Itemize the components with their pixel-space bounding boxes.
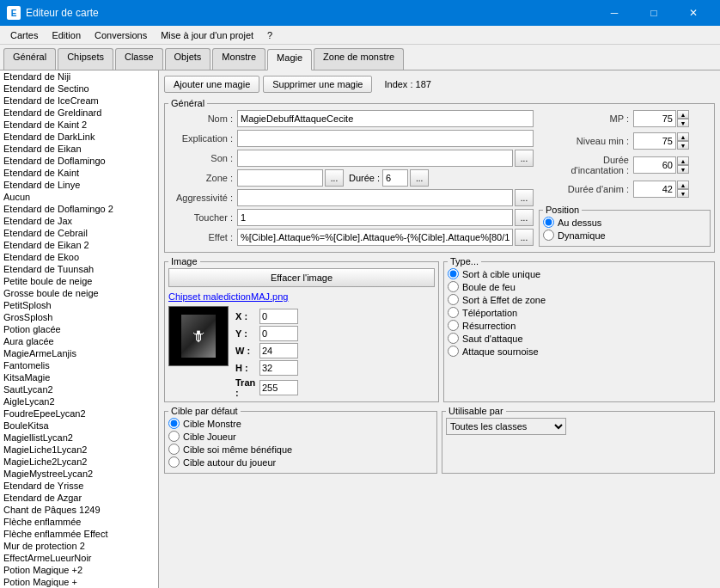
son-browse-button[interactable]: ... [515,150,534,167]
list-item[interactable]: BouleKitsa [0,420,158,432]
toucher-input[interactable] [237,209,513,226]
mp-spin-down[interactable]: ▼ [677,119,689,127]
list-item[interactable]: Etendard de Tuunsah [0,263,158,275]
list-item[interactable]: Mur de protection 2 [0,540,158,552]
duree-input[interactable] [382,169,408,187]
tran-input[interactable] [259,380,298,395]
list-item[interactable]: GrosSplosh [0,311,158,323]
menu-help[interactable]: ? [260,26,279,44]
position-dynamique-radio[interactable] [543,230,554,241]
duree-anim-spin-down[interactable]: ▼ [677,189,689,198]
niveau-min-input[interactable] [633,132,676,150]
cible-monstre-label[interactable]: Cible Monstre [183,419,241,429]
type-attaque-sournoise-radio[interactable] [448,346,459,357]
cible-monstre-radio[interactable] [168,418,180,429]
duree-anim-input[interactable] [633,181,676,198]
list-item[interactable]: FoudreEpeeLycan2 [0,407,158,420]
list-item[interactable]: Flèche enflammée Effect [0,528,158,540]
list-item[interactable]: Etendard de Eikan [0,143,158,155]
agressivite-browse-button[interactable]: ... [515,189,534,206]
tab-classe[interactable]: Classe [115,48,163,70]
list-item[interactable]: Aura glacée [0,335,158,347]
tab-chipsets[interactable]: Chipsets [58,48,113,70]
clear-image-button[interactable]: Effacer l'image [168,268,435,287]
effet-browse-button[interactable]: ... [515,229,534,246]
list-item[interactable]: MagieMystreeLycan2 [0,468,158,480]
duree-incantation-spin-up[interactable]: ▲ [677,156,689,165]
list-item[interactable]: Etendard de Linye [0,179,158,191]
menu-edition[interactable]: Edition [45,26,88,44]
list-item[interactable]: Etendard de Yrisse [0,480,158,492]
type-effet-zone-radio[interactable] [448,294,459,305]
list-item[interactable]: KitsaMagie [0,371,158,383]
list-item[interactable]: Etendard de DarkLink [0,131,158,143]
menu-cartes[interactable]: Cartes [3,26,45,44]
agressivite-input[interactable] [237,189,513,206]
list-item[interactable]: MagieArmeLanjis [0,347,158,359]
image-filename[interactable]: Chipset maledictionMAJ.png [168,291,435,302]
list-item[interactable]: SautLycan2 [0,383,158,395]
type-sort-cible-label[interactable]: Sort à cible unique [462,269,540,279]
type-sort-cible-radio[interactable] [448,268,459,279]
position-dynamique-label[interactable]: Dynamique [558,230,606,241]
type-teleportation-radio[interactable] [448,307,459,318]
w-input[interactable] [259,343,298,358]
remove-magic-button[interactable]: Supprimer une magie [263,76,372,93]
duree-incantation-spin-down[interactable]: ▼ [677,165,689,174]
list-item[interactable]: Grosse boule de neige [0,287,158,299]
effet-input[interactable] [237,229,513,246]
list-item[interactable]: Etendard de Kaint 2 [0,119,158,131]
list-item[interactable]: Fantomelis [0,359,158,371]
list-item[interactable]: Chant de Pâques 1249 [0,504,158,516]
maximize-button[interactable]: □ [634,0,674,26]
zone-browse-button[interactable]: ... [325,169,344,187]
duree-incantation-input[interactable] [633,156,676,174]
cible-soi-label[interactable]: Cible soi même bénéfique [183,444,292,455]
x-input[interactable] [259,309,298,324]
y-input[interactable] [259,326,298,341]
type-attaque-sournoise-label[interactable]: Attaque sournoise [462,346,539,357]
add-magic-button[interactable]: Ajouter une magie [164,76,259,93]
tab-general[interactable]: Général [3,48,56,70]
utilisable-select[interactable]: Toutes les classes [446,418,566,435]
type-saut-attaque-label[interactable]: Saut d'attaque [462,334,523,344]
list-item[interactable]: Etendard de Jax [0,215,158,227]
type-resurrection-radio[interactable] [448,320,459,331]
minimize-button[interactable]: ─ [595,0,634,26]
niveau-min-spin-down[interactable]: ▼ [677,141,689,150]
cible-joueur-label[interactable]: Cible Joueur [183,432,236,442]
close-button[interactable]: ✕ [674,0,713,26]
position-au-dessus-label[interactable]: Au dessus [558,217,601,228]
menu-mise-a-jour[interactable]: Mise à jour d'un projet [154,26,260,44]
cible-autour-label[interactable]: Cible autour du joueur [183,457,276,468]
son-input[interactable] [237,150,513,167]
tab-magie[interactable]: Magie [267,49,312,70]
type-effet-zone-label[interactable]: Sort à Effet de zone [462,295,546,305]
cible-joueur-radio[interactable] [168,431,180,442]
list-item[interactable]: Etendard de Doflamingo 2 [0,203,158,215]
h-input[interactable] [259,360,298,376]
type-boule-feu-label[interactable]: Boule de feu [462,282,516,292]
list-item[interactable]: Flèche enflammée [0,516,158,528]
list-item[interactable]: MagieLiche1Lycan2 [0,444,158,456]
list-item[interactable]: PetitSplosh [0,299,158,311]
toucher-browse-button[interactable]: ... [515,209,534,226]
cible-soi-radio[interactable] [168,444,180,455]
list-item[interactable]: Etendard de Kaint [0,167,158,179]
type-saut-attaque-radio[interactable] [448,333,459,344]
type-teleportation-label[interactable]: Téléportation [462,308,517,318]
niveau-min-spin-up[interactable]: ▲ [677,132,689,141]
list-item[interactable]: Etendard de Sectino [0,83,158,95]
list-item[interactable]: AigleLycan2 [0,395,158,407]
list-item[interactable]: EffectArmeLueurNoir [0,552,158,564]
mp-input[interactable] [633,110,676,127]
list-item[interactable]: Aucun [0,191,158,203]
duree-browse-button[interactable]: ... [410,169,429,187]
list-item[interactable]: Potion Magique + [0,576,158,588]
list-item[interactable]: Etendard de Niji [0,70,158,83]
cible-autour-radio[interactable] [168,456,180,468]
mp-spin-up[interactable]: ▲ [677,110,689,119]
list-item[interactable]: Etendard de IceCream [0,95,158,107]
zone-input[interactable] [237,169,323,187]
position-au-dessus-radio[interactable] [543,217,554,228]
